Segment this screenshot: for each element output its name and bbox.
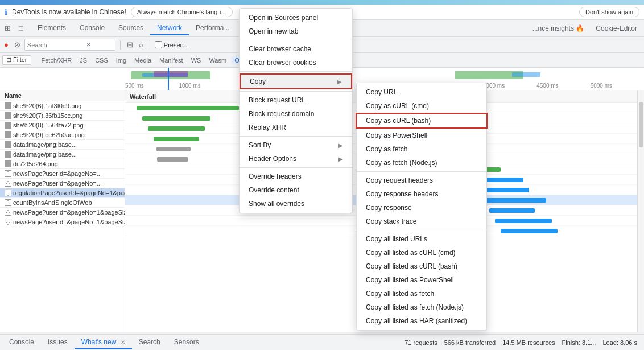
- pill-media[interactable]: Media: [131, 56, 155, 64]
- cm-override-content[interactable]: Override content: [240, 183, 352, 197]
- cm-clear-cookies[interactable]: Clear browser cookies: [240, 56, 352, 69]
- cm-copy-all-curl-cmd[interactable]: Copy all listed as cURL (cmd): [357, 246, 486, 260]
- timeline-label-4500: 4500 ms: [536, 83, 590, 89]
- name-row[interactable]: {} newsPage?userId=&pageNo=1&pageSize=10…: [0, 217, 125, 227]
- scrollbar-thumb[interactable]: [639, 102, 643, 147]
- cm-block-domain[interactable]: Block request domain: [240, 107, 352, 121]
- match-language-button[interactable]: Always match Chrome's langu...: [131, 7, 233, 17]
- cm-copy[interactable]: Copy ▶: [240, 73, 352, 89]
- pill-ws[interactable]: WS: [188, 56, 205, 64]
- filter-button[interactable]: ⊟ Filter: [2, 55, 31, 65]
- info-icon: ℹ: [5, 8, 7, 17]
- pill-css[interactable]: CSS: [92, 56, 112, 64]
- bottom-tab-search[interactable]: Search: [132, 336, 167, 349]
- cm-open-sources[interactable]: Open in Sources panel: [240, 11, 352, 24]
- name-row[interactable]: she%20(8).1564fa72.png: [0, 121, 125, 130]
- cm-copy-powershell[interactable]: Copy as PowerShell: [357, 129, 486, 142]
- cm-copy-response-headers[interactable]: Copy response headers: [357, 187, 486, 201]
- cm-copy-response[interactable]: Copy response: [357, 201, 486, 215]
- type-filter-pills: Fetch/XHR JS CSS Img Media Manifest WS W…: [38, 56, 254, 64]
- cm-copy-all-har[interactable]: Copy all listed as HAR (sanitized): [357, 314, 486, 328]
- row-icon-img: [5, 102, 11, 109]
- wf-bar-grey: [157, 157, 188, 162]
- preserve-log-text: Presen...: [164, 42, 189, 48]
- cm-clear-cache[interactable]: Clear browser cache: [240, 42, 352, 56]
- pill-manifest[interactable]: Manifest: [156, 56, 187, 64]
- performance-insights-tab[interactable]: ...nce insights 🔥: [528, 22, 589, 35]
- vertical-scrollbar[interactable]: [637, 90, 644, 332]
- preserve-log-label[interactable]: Presen...: [155, 41, 189, 48]
- cm-copy-request-headers[interactable]: Copy request headers: [357, 174, 486, 187]
- timeline-cursor: [168, 68, 169, 90]
- cm-sort-by[interactable]: Sort By ▶: [240, 138, 352, 152]
- pill-wasm[interactable]: Wasm: [205, 56, 230, 64]
- cm-header-options[interactable]: Header Options ▶: [240, 152, 352, 166]
- cm-open-new-tab[interactable]: Open in new tab: [240, 24, 352, 38]
- name-row[interactable]: data:image/png;base...: [0, 140, 125, 150]
- cm-copy-curl-cmd[interactable]: Copy as cURL (cmd): [357, 99, 486, 113]
- cm-copy-url[interactable]: Copy URL: [357, 85, 486, 99]
- cookie-editor-tab[interactable]: Cookie-Editor: [591, 22, 642, 35]
- cm-copy-all-curl-bash[interactable]: Copy all listed as cURL (bash): [357, 260, 486, 273]
- cm-copy-fetch[interactable]: Copy as fetch: [357, 142, 486, 156]
- clear-button[interactable]: ⊘: [13, 39, 22, 50]
- name-row-active[interactable]: {} regulationPage?userId=&pageNo=1&pageS…: [0, 188, 125, 198]
- row-icon-xhr: {}: [5, 219, 11, 225]
- filter-icon-button[interactable]: ⊟: [125, 39, 135, 50]
- bottom-tab-sensors[interactable]: Sensors: [167, 336, 206, 349]
- search-icon-button[interactable]: ⌕: [137, 39, 145, 50]
- dont-show-button[interactable]: Don't show again: [579, 7, 639, 17]
- name-row[interactable]: she%20(6).1af3f0d9.png: [0, 101, 125, 111]
- devtools-icon-dock[interactable]: □: [16, 23, 26, 34]
- cm-copy-all-powershell[interactable]: Copy all listed as PowerShell: [357, 273, 486, 287]
- cm-copy-all-fetch-nodejs[interactable]: Copy all listed as fetch (Node.js): [357, 300, 486, 314]
- cm-copy-fetch-nodejs[interactable]: Copy as fetch (Node.js): [357, 156, 486, 170]
- timeline-label-500: 500 ms: [125, 83, 179, 89]
- cm-copy-stack-trace[interactable]: Copy stack trace: [357, 215, 486, 228]
- name-row[interactable]: she%20(7).36fb15cc.png: [0, 111, 125, 121]
- name-row[interactable]: data:image/png;base...: [0, 150, 125, 159]
- tab-network[interactable]: Network: [150, 22, 189, 35]
- bottom-tab-close-button[interactable]: ✕: [121, 339, 125, 345]
- cm-replay-xhr[interactable]: Replay XHR: [240, 121, 352, 134]
- finish-time: Finish: 8.1...: [562, 339, 596, 346]
- cm-override-headers[interactable]: Override headers: [240, 170, 352, 183]
- name-column-header: Name: [0, 90, 125, 101]
- bottom-tab-issues[interactable]: Issues: [41, 336, 75, 349]
- bottom-tab-console[interactable]: Console: [2, 336, 41, 349]
- row-icon-img: [5, 112, 11, 119]
- copy-submenu[interactable]: Copy URL Copy as cURL (cmd) Copy as cURL…: [356, 83, 487, 331]
- cm-copy-curl-bash[interactable]: Copy as cURL (bash): [356, 113, 488, 129]
- pill-img[interactable]: Img: [113, 56, 130, 64]
- name-row[interactable]: di.72f5e264.png: [0, 159, 125, 169]
- name-row[interactable]: {} newsPage?userId=&pageNo=1&pageSize=10…: [0, 208, 125, 217]
- devtools-icon-grid[interactable]: ⊞: [2, 23, 13, 34]
- record-button[interactable]: ●: [2, 39, 10, 50]
- row-name: she%20(7).36fb15cc.png: [13, 112, 82, 119]
- search-bar[interactable]: ✕: [24, 39, 115, 51]
- name-row[interactable]: {} countByInsAndSingleOfWeb: [0, 198, 125, 208]
- cm-copy-all-urls[interactable]: Copy all listed URLs: [357, 232, 486, 246]
- name-row[interactable]: {} newsPage?userId=&pageNo=...: [0, 179, 125, 188]
- pill-js[interactable]: JS: [76, 56, 90, 64]
- row-icon-img: [5, 151, 11, 158]
- name-row[interactable]: {} newsPage?userId=&pageNo=...: [0, 169, 125, 179]
- tab-console[interactable]: Console: [73, 22, 112, 35]
- tab-sources[interactable]: Sources: [112, 22, 150, 35]
- top-gradient-bar: [0, 0, 644, 5]
- cm-block-url[interactable]: Block request URL: [240, 93, 352, 107]
- tab-elements[interactable]: Elements: [31, 22, 73, 35]
- search-clear-button[interactable]: ✕: [84, 40, 93, 50]
- cm-sep: [240, 71, 352, 72]
- cm-copy-all-fetch[interactable]: Copy all listed as fetch: [357, 287, 486, 300]
- cm-show-overrides[interactable]: Show all overrides: [240, 197, 352, 211]
- preserve-log-checkbox[interactable]: [155, 41, 162, 48]
- row-name: she%20(6).1af3f0d9.png: [13, 102, 81, 109]
- pill-fetch-xhr[interactable]: Fetch/XHR: [38, 56, 76, 64]
- name-row[interactable]: she%20(9).ee62b0ac.png: [0, 130, 125, 140]
- bottom-tab-whats-new[interactable]: What's new ✕: [75, 336, 132, 349]
- row-icon-img: [5, 160, 11, 167]
- search-input[interactable]: [27, 42, 84, 48]
- primary-context-menu[interactable]: Open in Sources panel Open in new tab Cl…: [239, 8, 353, 213]
- tab-performance[interactable]: Performa...: [189, 22, 236, 35]
